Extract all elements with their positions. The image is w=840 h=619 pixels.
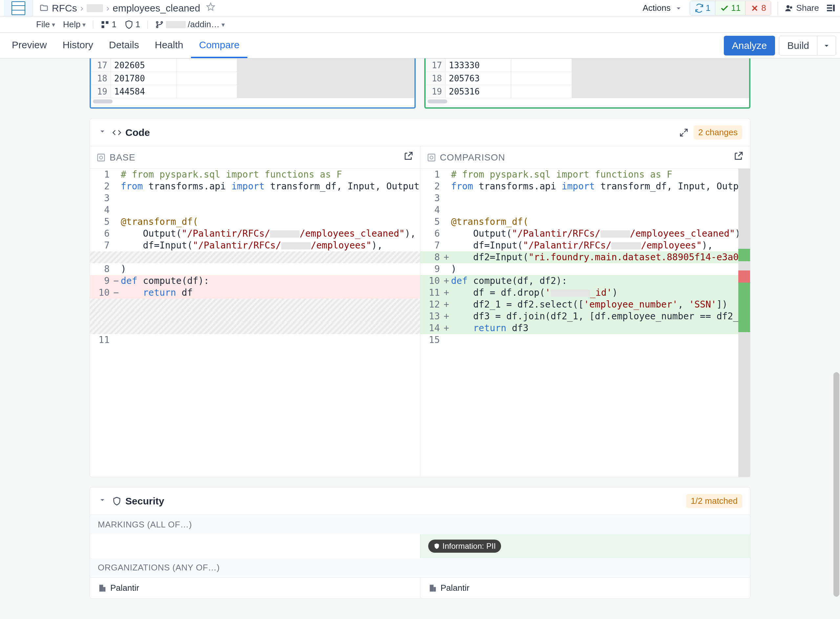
changes-badge: 2 changes [694,126,742,139]
panel-toggle-icon[interactable] [825,3,836,13]
status-passed[interactable]: 11 [715,1,746,15]
status-failed[interactable]: 8 [746,1,770,15]
preview-base: 17202605 18201780 19144584 [90,58,416,109]
svg-rect-7 [827,10,832,11]
shield-icon [124,20,134,29]
compare-body: 17202605 18201780 19144584 17133330 1820… [0,58,840,619]
file-menu[interactable]: File▾ [33,18,58,31]
branch-selector[interactable]: /addin… ▾ [152,18,228,31]
base-column-header: BASE [90,147,420,168]
table-row: 18201780 [91,72,415,85]
svg-point-14 [161,21,163,23]
svg-rect-10 [106,21,109,24]
security-card: Security 1/2 matched MARKINGS (ALL OF…) … [90,487,750,599]
tab-compare[interactable]: Compare [191,33,247,58]
transaction-icon [97,153,106,162]
svg-point-12 [157,21,158,23]
collapse-toggle[interactable] [98,495,107,507]
collapse-toggle[interactable] [98,127,107,138]
comparison-column-header: COMPARISON [420,147,750,168]
svg-marker-0 [207,3,215,10]
breadcrumb-redacted [87,4,103,12]
data-preview-row: 17202605 18201780 19144584 17133330 1820… [90,58,750,109]
transaction-icon [427,153,436,162]
chevron-right-icon: › [81,3,84,13]
marking-pill[interactable]: Information: PII [428,540,501,553]
svg-point-4 [790,6,792,9]
open-link-icon[interactable] [403,151,413,164]
help-menu[interactable]: Help▾ [60,18,89,31]
folder-icon [39,4,49,13]
markings-base-cell [90,534,420,558]
horizontal-scrollbar[interactable] [428,99,447,103]
svg-point-18 [430,156,433,159]
favorite-star-icon[interactable] [206,2,215,14]
svg-point-3 [786,5,789,8]
dataset-type-icon [4,0,33,16]
svg-rect-5 [827,4,832,6]
build-status-group: 1 11 8 [690,1,771,15]
shield-icon [112,496,121,506]
expand-icon[interactable] [679,128,688,137]
branch-icon [155,20,164,29]
share-button[interactable]: Share [785,3,819,13]
markings-label: MARKINGS (ALL OF…) [90,515,750,534]
breadcrumb-folder[interactable]: RFCs [52,3,77,14]
code-icon [112,128,121,137]
breadcrumb: RFCs › › employees_cleaned [33,2,222,14]
analyze-button[interactable]: Analyze [724,36,775,55]
org-comparison-cell: Palantir [420,578,750,598]
organization-icon [428,583,437,593]
organization-icon [98,583,107,593]
title-bar: RFCs › › employees_cleaned Actions 1 11 … [0,0,840,16]
tab-details[interactable]: Details [101,33,147,58]
svg-rect-17 [428,154,435,161]
markings-row: Information: PII [90,534,750,558]
actions-dropdown[interactable]: Actions [643,3,683,13]
shield-indicator[interactable]: 1 [121,18,143,31]
svg-point-16 [99,156,102,159]
svg-rect-9 [102,21,104,24]
tab-preview[interactable]: Preview [4,33,55,58]
schema-icon [100,20,110,29]
build-button[interactable]: Build [779,36,818,55]
table-row: 18205763 [426,72,749,85]
comparison-code-panel[interactable]: 1# from pyspark.sql import functions as … [420,169,750,477]
matched-badge: 1/2 matched [686,494,742,508]
page-title: employees_cleaned [113,3,200,14]
chevron-down-icon [98,127,107,136]
chevron-down-icon [674,4,683,13]
organizations-label: ORGANIZATIONS (ANY OF…) [90,558,750,577]
sync-icon [695,4,704,13]
schema-indicator[interactable]: 1 [97,18,119,31]
chevron-down-icon [98,495,107,504]
base-code-panel[interactable]: 1# from pyspark.sql import functions as … [90,169,420,477]
tab-history[interactable]: History [55,33,101,58]
org-base-cell: Palantir [90,578,420,598]
view-tabs: Preview History Details Health Compare A… [0,33,840,58]
status-sync[interactable]: 1 [690,1,715,15]
svg-rect-22 [433,587,436,591]
horizontal-scrollbar[interactable] [93,99,113,103]
tab-health[interactable]: Health [147,33,191,58]
svg-rect-6 [827,7,832,9]
check-icon [720,4,729,13]
users-icon [785,4,794,13]
file-menu-bar: File▾ Help▾ 1 1 /addin… ▾ [0,16,840,33]
table-row: 17202605 [91,59,415,72]
svg-rect-11 [102,25,104,28]
diff-overview-ruler[interactable] [738,169,750,477]
open-link-icon[interactable] [733,151,743,164]
table-row: 19205316 [426,85,749,98]
x-icon [750,4,759,13]
svg-point-13 [157,26,158,28]
markings-comparison-cell: Information: PII [420,534,750,558]
page-scrollbar[interactable] [833,58,839,619]
table-row: 17133330 [426,59,749,72]
svg-rect-19 [99,585,103,591]
code-compare-card: Code 2 changes BASE COMPARISON [90,118,750,477]
chevron-down-icon [822,41,831,50]
build-button-dropdown[interactable] [818,36,836,55]
preview-comparison: 17133330 18205763 19205316 [424,58,750,109]
build-button-group: Build [779,36,836,55]
